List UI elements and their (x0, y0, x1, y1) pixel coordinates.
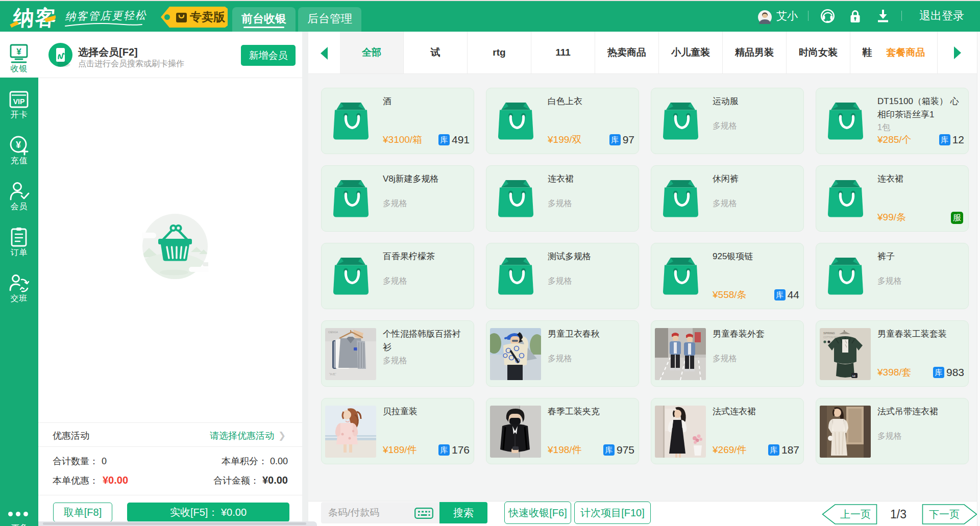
svg-text:"白色": "白色" (329, 372, 336, 376)
svg-text:VIP: VIP (13, 97, 25, 106)
svg-text:HI: HI (852, 374, 855, 378)
svg-text:上一页: 上一页 (840, 509, 871, 520)
svg-text:¥: ¥ (16, 47, 21, 57)
svg-text:SPRING: SPRING (823, 332, 835, 335)
svg-text:¥: ¥ (16, 140, 21, 150)
svg-text:下一页: 下一页 (929, 509, 960, 520)
svg-text:CIENGA: CIENGA (328, 331, 338, 334)
